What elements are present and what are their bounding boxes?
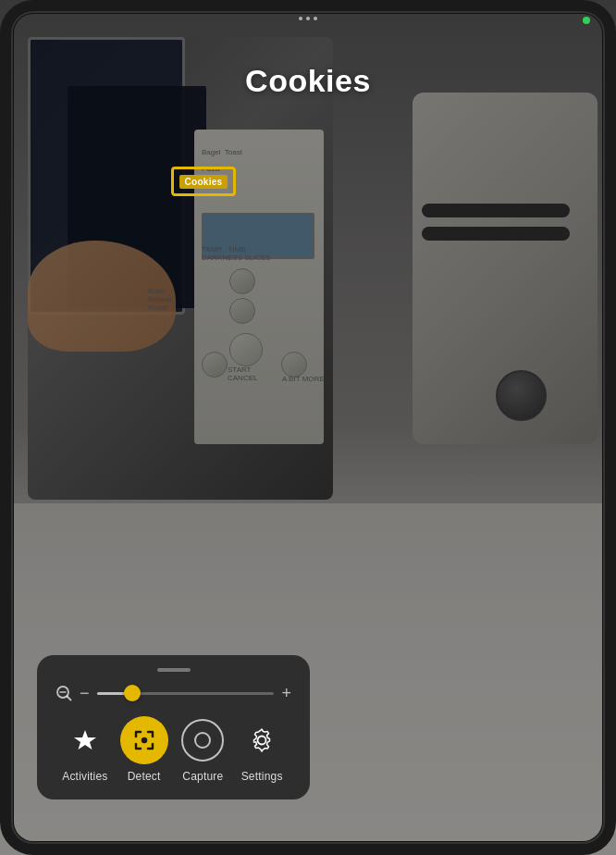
capture-icon (179, 716, 227, 764)
status-dots (299, 17, 317, 20)
capture-label: Capture (182, 770, 223, 783)
action-buttons-row: Activities Detect (52, 716, 295, 783)
zoom-plus-icon: + (281, 685, 291, 701)
detection-title: Cookies (0, 63, 616, 99)
drag-handle[interactable] (157, 668, 191, 672)
settings-label: Settings (241, 770, 283, 783)
zoom-slider-thumb[interactable] (124, 685, 141, 701)
capture-outer-ring (181, 719, 224, 762)
detect-button[interactable]: Detect (118, 716, 170, 783)
detection-box: Cookies (171, 167, 236, 196)
svg-line-1 (68, 697, 71, 700)
bottom-panel: − + Activities (37, 655, 310, 799)
detect-icon (120, 716, 168, 764)
capture-inner-ring (194, 732, 211, 749)
zoom-row: − + (52, 685, 295, 701)
capture-button[interactable]: Capture (177, 716, 228, 783)
settings-button[interactable]: Settings (236, 716, 288, 783)
home-indicator[interactable] (253, 841, 363, 846)
camera-view: Bagel Toast Pizza BakeReheatRoast TEMP T… (0, 0, 616, 855)
status-dot-2 (306, 17, 310, 20)
gear-icon (250, 728, 274, 752)
zoom-minus-icon: − (80, 685, 90, 701)
activities-label: Activities (62, 770, 107, 783)
green-status-indicator (583, 17, 590, 24)
svg-marker-3 (74, 730, 96, 750)
zoom-slider[interactable] (97, 692, 275, 695)
status-dot-1 (299, 17, 302, 20)
viewfinder-icon (131, 727, 157, 753)
zoom-out-icon[interactable] (55, 685, 72, 701)
svg-point-4 (142, 738, 146, 742)
star-icon (73, 728, 97, 752)
activities-icon (61, 716, 109, 764)
detection-box-label: Cookies (179, 175, 227, 189)
activities-button[interactable]: Activities (59, 716, 111, 783)
settings-icon (238, 716, 286, 764)
detect-label: Detect (128, 770, 161, 783)
status-dot-3 (314, 17, 317, 20)
